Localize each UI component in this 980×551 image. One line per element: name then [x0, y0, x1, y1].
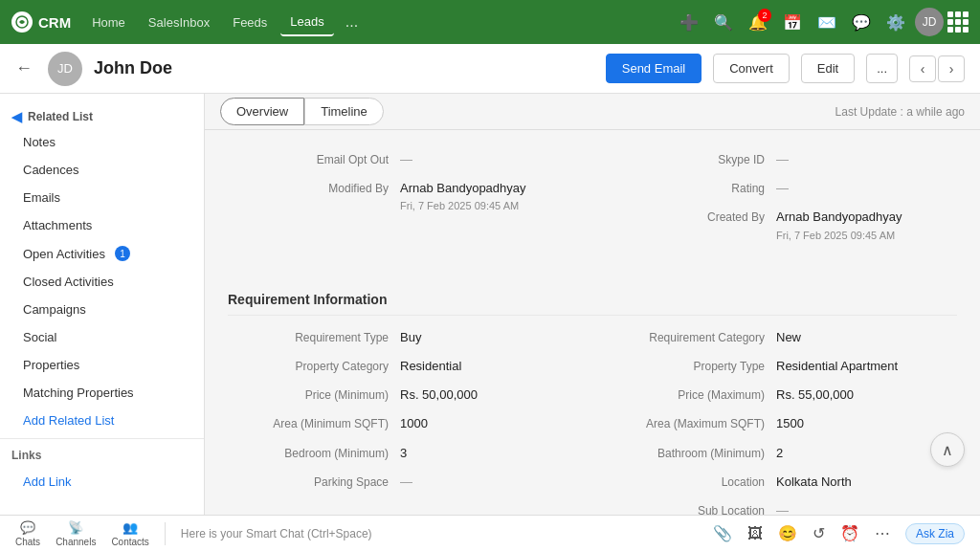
sidebar-cadences-label: Cadences	[23, 163, 79, 177]
modified-by-value: Arnab Bandyopadhyay Fri, 7 Feb 2025 09:4…	[400, 180, 581, 214]
chat-button[interactable]: 💬	[846, 7, 877, 37]
sidebar-campaigns-label: Campaigns	[23, 302, 86, 317]
more-actions-button[interactable]: ...	[866, 54, 898, 83]
prev-record-button[interactable]: ‹	[909, 55, 936, 82]
nav-leads[interactable]: Leads	[280, 9, 333, 36]
rating-label: Rating	[604, 180, 776, 197]
notification-badge: 2	[758, 9, 771, 22]
parking-space-field: Parking Space —	[228, 468, 581, 496]
created-by-field: Created By Arnab Bandyopadhyay Fri, 7 Fe…	[604, 203, 957, 249]
property-category-label: Property Category	[228, 358, 400, 375]
nav-feeds[interactable]: Feeds	[223, 10, 277, 35]
notifications-button[interactable]: 🔔 2	[743, 7, 773, 37]
related-list-header: ◀ Related List	[0, 101, 204, 128]
sidebar-social-label: Social	[23, 330, 56, 344]
area-max-field: Area (Maximum SQFT) 1500	[604, 409, 957, 438]
rating-value: —	[776, 180, 957, 197]
skype-id-field: Skype ID —	[604, 145, 957, 174]
search-button[interactable]: 🔍	[708, 7, 739, 37]
sidebar-item-notes[interactable]: Notes	[0, 128, 204, 156]
bedroom-min-label: Bedroom (Minimum)	[228, 445, 400, 462]
location-label: Location	[604, 474, 776, 491]
sidebar-matching-properties-label: Matching Properties	[23, 386, 134, 400]
sub-location-value: —	[776, 502, 957, 515]
tab-overview[interactable]: Overview	[220, 98, 304, 125]
bedroom-min-value: 3	[400, 445, 581, 462]
nav-home[interactable]: Home	[82, 10, 135, 35]
top-navigation: CRM Home SalesInbox Feeds Leads ... ➕ 🔍 …	[0, 0, 980, 44]
requirement-right-fields: Requirement Category New Property Type R…	[604, 323, 957, 515]
price-min-field: Price (Minimum) Rs. 50,00,000	[228, 381, 581, 409]
add-link-link[interactable]: Add Link	[0, 468, 204, 496]
requirement-type-value: Buy	[400, 329, 581, 346]
nav-more-button[interactable]: ...	[338, 10, 366, 34]
user-avatar[interactable]: JD	[915, 8, 944, 36]
back-button[interactable]: ←	[15, 58, 33, 78]
sidebar-open-activities-label: Open Activities	[23, 247, 105, 261]
sidebar: ◀ Related List Notes Cadences Emails Att…	[0, 94, 205, 515]
created-by-label: Created By	[604, 209, 776, 226]
tab-timeline[interactable]: Timeline	[304, 98, 384, 125]
sidebar-item-campaigns[interactable]: Campaigns	[0, 296, 204, 323]
requirement-section-title: Requirement Information	[228, 280, 957, 316]
email-opt-out-field: Email Opt Out —	[228, 145, 581, 174]
sidebar-notes-label: Notes	[23, 135, 56, 149]
logo-text: CRM	[38, 14, 71, 31]
apps-grid-button[interactable]	[947, 11, 969, 33]
property-type-field: Property Type Residential Apartment	[604, 352, 957, 381]
create-button[interactable]: ➕	[674, 7, 704, 37]
sidebar-item-open-activities[interactable]: Open Activities 1	[0, 239, 204, 268]
sidebar-item-cadences[interactable]: Cadences	[0, 156, 204, 184]
contact-avatar: JD	[48, 52, 82, 86]
property-type-value: Residential Apartment	[776, 358, 957, 375]
calendar-button[interactable]: 📅	[777, 7, 808, 37]
price-max-label: Price (Maximum)	[604, 386, 776, 404]
email-opt-out-label: Email Opt Out	[228, 151, 400, 168]
top-fields-section: Email Opt Out — Modified By Arnab Bandyo…	[205, 130, 980, 265]
price-max-field: Price (Maximum) Rs. 55,00,000	[604, 381, 957, 409]
add-related-list-link[interactable]: Add Related List	[0, 407, 204, 434]
price-max-value: Rs. 55,00,000	[776, 386, 957, 404]
property-category-value: Residential	[400, 358, 581, 375]
crm-logo[interactable]: CRM	[11, 11, 71, 33]
content-wrapper: Overview Timeline Last Update : a while …	[205, 94, 980, 515]
sidebar-item-properties[interactable]: Properties	[0, 351, 204, 379]
requirement-type-label: Requirement Type	[228, 329, 400, 346]
open-activities-badge: 1	[115, 246, 130, 261]
bedroom-min-field: Bedroom (Minimum) 3	[228, 439, 581, 468]
scroll-to-top-button[interactable]: ∧	[930, 432, 965, 467]
main-layout: ◀ Related List Notes Cadences Emails Att…	[0, 94, 980, 515]
sidebar-item-attachments[interactable]: Attachments	[0, 211, 204, 239]
sidebar-item-emails[interactable]: Emails	[0, 184, 204, 211]
sidebar-item-matching-properties[interactable]: Matching Properties	[0, 379, 204, 407]
edit-button[interactable]: Edit	[801, 54, 855, 83]
tabs-bar: Overview Timeline Last Update : a while …	[205, 94, 980, 130]
page-title: John Doe	[94, 58, 172, 78]
location-field: Location Kolkata North	[604, 468, 957, 496]
links-header: Links	[0, 443, 204, 468]
convert-button[interactable]: Convert	[713, 54, 790, 83]
sidebar-item-social[interactable]: Social	[0, 323, 204, 351]
bathroom-min-label: Bathroom (Minimum)	[604, 445, 776, 462]
related-list-label: Related List	[28, 110, 93, 123]
nav-salesinbox[interactable]: SalesInbox	[139, 10, 219, 35]
send-email-button[interactable]: Send Email	[606, 54, 702, 83]
parking-space-label: Parking Space	[228, 474, 400, 491]
property-category-field: Property Category Residential	[228, 352, 581, 381]
email-opt-out-value: —	[400, 151, 581, 168]
next-record-button[interactable]: ›	[938, 55, 965, 82]
sidebar-emails-label: Emails	[23, 190, 60, 205]
settings-button[interactable]: ⚙️	[880, 7, 911, 37]
created-by-name: Arnab Bandyopadhyay	[776, 209, 902, 224]
related-list-arrow: ◀	[11, 109, 22, 124]
sidebar-item-closed-activities[interactable]: Closed Activities	[0, 268, 204, 296]
mail-button[interactable]: ✉️	[812, 7, 842, 37]
content-scroll[interactable]: Email Opt Out — Modified By Arnab Bandyo…	[205, 130, 980, 515]
price-min-value: Rs. 50,00,000	[400, 386, 581, 404]
requirement-left-fields: Requirement Type Buy Property Category R…	[228, 323, 581, 515]
modified-by-field: Modified By Arnab Bandyopadhyay Fri, 7 F…	[228, 174, 581, 220]
modified-by-date: Fri, 7 Feb 2025 09:45 AM	[400, 200, 519, 211]
requirement-category-label: Requirement Category	[604, 329, 776, 346]
tabs-group: Overview Timeline	[220, 98, 384, 125]
rating-field: Rating —	[604, 174, 957, 203]
